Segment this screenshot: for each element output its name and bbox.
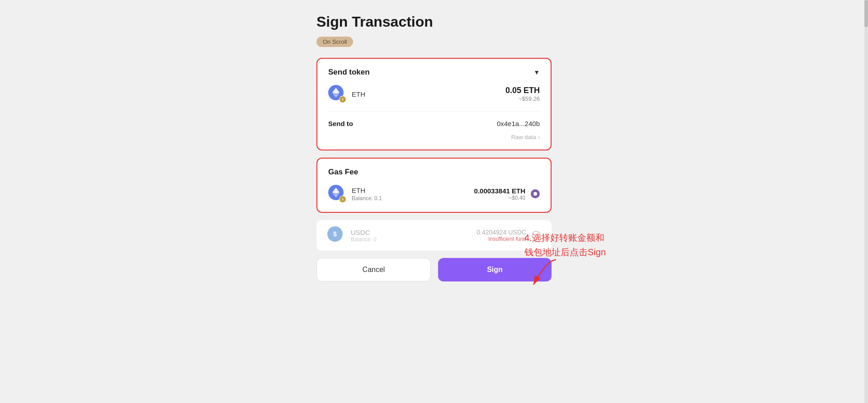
- eth-amount-usd: ~$59.26: [505, 95, 540, 102]
- usdc-balance-label: Balance:: [351, 236, 372, 243]
- raw-data-arrow-icon: ›: [538, 134, 540, 141]
- send-token-header: Send token ▼: [328, 68, 540, 77]
- page-title: Sign Transaction: [316, 14, 552, 30]
- cancel-button[interactable]: Cancel: [316, 258, 431, 281]
- send-token-card: Send token ▼ $ ETH: [316, 58, 552, 150]
- gas-eth-amount: 0.00033841 ETH ~$0.40: [441, 187, 525, 201]
- raw-data-text: Raw data: [511, 134, 536, 141]
- eth-amount-main: 0.05 ETH: [505, 86, 540, 95]
- send-to-address: 0x4e1a...240b: [497, 120, 540, 127]
- gas-fee-title: Gas Fee: [328, 168, 358, 177]
- usdc-insufficient-label: Insufficient fund: [476, 236, 526, 242]
- gas-eth-diamond-icon: [332, 187, 340, 197]
- main-content: Sign Transaction On Scroll Send token ▼: [316, 0, 552, 295]
- usdc-balance: Balance: 0: [351, 236, 471, 243]
- gas-eth-radio-selected[interactable]: [531, 189, 540, 198]
- usdc-icon-container: $: [327, 226, 345, 244]
- eth-badge-icon: $: [339, 96, 346, 103]
- gas-fee-header: Gas Fee: [328, 168, 540, 177]
- button-row: Cancel Sign: [316, 258, 552, 281]
- gas-fee-card: Gas Fee $ ETH: [316, 158, 552, 213]
- gas-usdc-row[interactable]: $ USDC Balance: 0 0.4204924 USDC Insuffi…: [316, 220, 552, 251]
- raw-data-row: Raw data ›: [328, 134, 540, 141]
- gas-eth-balance-label: Balance:: [352, 195, 373, 202]
- raw-data-link[interactable]: Raw data ›: [511, 134, 540, 141]
- annotation-line1: 4.选择好转账金额和: [524, 230, 606, 245]
- scrollbar[interactable]: [864, 0, 868, 403]
- eth-diamond-icon: [332, 88, 340, 98]
- usdc-amount-main: 0.4204924 USDC: [476, 229, 526, 236]
- eth-token-row: $ ETH 0.05 ETH ~$59.26: [328, 85, 540, 103]
- eth-icon-container: $: [328, 85, 346, 103]
- annotation-text: 4.选择好转账金额和 钱包地址后点击Sign: [524, 230, 606, 259]
- usdc-icon: $: [327, 226, 343, 242]
- dropdown-arrow-icon[interactable]: ▼: [533, 69, 540, 76]
- send-token-title: Send token: [328, 68, 370, 77]
- eth-badge-coin-icon: $: [341, 98, 344, 101]
- send-to-label: Send to: [328, 120, 353, 127]
- gas-eth-balance-value: 0.1: [374, 195, 382, 202]
- send-to-row: Send to 0x4e1a...240b: [328, 111, 540, 127]
- gas-eth-icon-container: $: [328, 185, 346, 203]
- svg-marker-0: [332, 88, 340, 94]
- annotation-container: 4.选择好转账金额和 钱包地址后点击Sign: [524, 230, 606, 259]
- gas-eth-badge-icon: $: [339, 196, 346, 203]
- gas-eth-amount-usd: ~$0.40: [441, 195, 525, 201]
- network-badge: On Scroll: [316, 37, 353, 47]
- annotation-arrow-icon: [520, 258, 579, 294]
- usdc-name: USDC: [351, 229, 471, 236]
- gas-eth-info: ETH Balance: 0.1: [352, 187, 436, 202]
- eth-token-name: ETH: [352, 90, 500, 98]
- svg-marker-4: [332, 187, 340, 194]
- gas-eth-amount-main: 0.00033841 ETH: [441, 187, 525, 195]
- gas-eth-row[interactable]: $ ETH Balance: 0.1 0.00033841 ETH ~$0.40: [328, 185, 540, 203]
- gas-eth-balance: Balance: 0.1: [352, 195, 436, 202]
- gas-eth-name: ETH: [352, 187, 436, 194]
- gas-eth-badge-coin-icon: $: [341, 197, 344, 201]
- usdc-amount: 0.4204924 USDC Insufficient fund: [476, 229, 526, 242]
- eth-token-amount: 0.05 ETH ~$59.26: [505, 86, 540, 102]
- usdc-info: USDC Balance: 0: [351, 229, 471, 243]
- usdc-balance-value: 0: [373, 236, 377, 243]
- scrollbar-thumb[interactable]: [864, 0, 868, 27]
